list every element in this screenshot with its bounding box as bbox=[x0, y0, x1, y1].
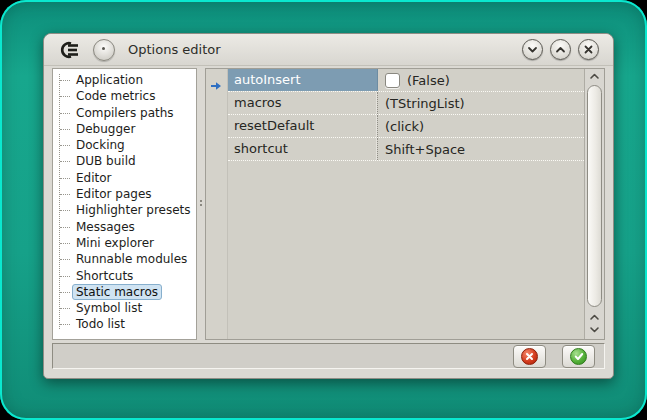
property-value[interactable]: (TStringList) bbox=[378, 92, 584, 114]
scrollbar-thumb[interactable] bbox=[587, 85, 602, 307]
screenshot-stage: Options editor Application Code metrics … bbox=[0, 0, 647, 420]
sidebar-item-docking[interactable]: Docking bbox=[60, 137, 196, 153]
options-editor-window: Options editor Application Code metrics … bbox=[43, 33, 614, 379]
property-grid-rows: autoInsert (False) macros (TStringList) … bbox=[228, 69, 584, 339]
table-row-macros[interactable]: macros (TStringList) bbox=[228, 92, 584, 115]
sidebar-item-messages[interactable]: Messages bbox=[60, 219, 196, 235]
chevron-down-icon bbox=[527, 44, 538, 55]
property-value[interactable]: (click) bbox=[378, 115, 584, 137]
window-menu-dot-icon[interactable] bbox=[93, 39, 115, 61]
sidebar-item-highlighter-presets[interactable]: Highlighter presets bbox=[60, 202, 196, 218]
sidebar-item-debugger[interactable]: Debugger bbox=[60, 121, 196, 137]
property-value-text: (click) bbox=[385, 119, 424, 134]
sidebar-item-editor-pages[interactable]: Editor pages bbox=[60, 186, 196, 202]
red-cross-icon bbox=[521, 348, 538, 365]
sidebar-item-code-metrics[interactable]: Code metrics bbox=[60, 88, 196, 104]
property-name[interactable]: resetDefault bbox=[228, 115, 378, 137]
autoinsert-checkbox[interactable] bbox=[385, 73, 400, 88]
footer-bar bbox=[52, 343, 605, 369]
sidebar-item-dub-build[interactable]: DUB build bbox=[60, 153, 196, 169]
chevron-up-icon bbox=[555, 44, 566, 55]
close-button[interactable] bbox=[578, 39, 599, 60]
property-grid-gutter bbox=[206, 69, 228, 339]
sidebar-item-mini-explorer[interactable]: Mini explorer bbox=[60, 235, 196, 251]
table-row-resetdefault[interactable]: resetDefault (click) bbox=[228, 115, 584, 138]
property-name[interactable]: shortcut bbox=[228, 138, 378, 160]
accept-button[interactable] bbox=[562, 345, 595, 368]
scrollbar-up-icon[interactable] bbox=[585, 313, 604, 322]
sidebar-item-symbol-list[interactable]: Symbol list bbox=[60, 300, 196, 316]
property-grid: autoInsert (False) macros (TStringList) … bbox=[205, 68, 605, 340]
property-name[interactable]: autoInsert bbox=[228, 69, 378, 91]
shade-button[interactable] bbox=[522, 39, 543, 60]
sidebar-item-todo-list[interactable]: Todo list bbox=[60, 316, 196, 332]
panel-splitter[interactable] bbox=[197, 68, 205, 340]
table-row-shortcut[interactable]: shortcut Shift+Space bbox=[228, 138, 584, 161]
titlebar[interactable]: Options editor bbox=[44, 34, 613, 66]
sidebar-item-application[interactable]: Application bbox=[60, 72, 196, 88]
cancel-button[interactable] bbox=[513, 345, 546, 368]
property-value[interactable]: (False) bbox=[378, 69, 584, 91]
window-title: Options editor bbox=[128, 42, 221, 57]
property-value-text: Shift+Space bbox=[385, 142, 465, 157]
category-tree: Application Code metrics Compilers paths… bbox=[52, 68, 197, 340]
coedit-logo-icon bbox=[58, 40, 82, 60]
sidebar-item-static-macros[interactable]: Static macros bbox=[60, 284, 196, 300]
selected-row-arrow-icon bbox=[210, 76, 222, 95]
table-row-autoinsert[interactable]: autoInsert (False) bbox=[228, 69, 584, 92]
green-check-icon bbox=[570, 348, 587, 365]
close-x-icon bbox=[583, 44, 594, 55]
vertical-scrollbar[interactable] bbox=[584, 69, 604, 339]
sidebar-item-compilers-paths[interactable]: Compilers paths bbox=[60, 105, 196, 121]
property-value-text: (False) bbox=[407, 73, 450, 88]
category-tree-list: Application Code metrics Compilers paths… bbox=[53, 69, 196, 333]
sidebar-item-runnable-modules[interactable]: Runnable modules bbox=[60, 251, 196, 267]
property-value[interactable]: Shift+Space bbox=[378, 138, 584, 160]
sidebar-item-editor[interactable]: Editor bbox=[60, 170, 196, 186]
scrollbar-down-icon[interactable] bbox=[585, 325, 604, 334]
scrollbar-up-icon[interactable] bbox=[585, 72, 604, 81]
property-name[interactable]: macros bbox=[228, 92, 378, 114]
sidebar-item-shortcuts[interactable]: Shortcuts bbox=[60, 268, 196, 284]
property-value-text: (TStringList) bbox=[385, 96, 465, 111]
unshade-button[interactable] bbox=[550, 39, 571, 60]
